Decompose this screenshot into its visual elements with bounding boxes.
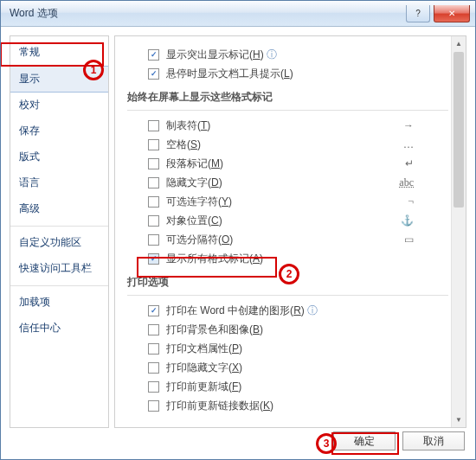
group-print-options: 打印选项 bbox=[127, 275, 440, 290]
ok-button[interactable]: 确定 bbox=[333, 431, 396, 450]
checkbox-icon[interactable] bbox=[148, 158, 159, 169]
word-options-window: Word 选项 ? ✕ 1 常规 显示 校对 保存 版式 语言 高级 自定义功能… bbox=[0, 0, 476, 460]
checkbox-icon[interactable] bbox=[148, 215, 159, 227]
sidebar-item-display[interactable]: 显示 bbox=[10, 66, 108, 93]
scroll-thumb[interactable] bbox=[453, 52, 464, 208]
checkbox-icon[interactable] bbox=[148, 253, 159, 265]
separator bbox=[127, 110, 448, 111]
sidebar-item-trust-center[interactable]: 信任中心 bbox=[10, 316, 108, 342]
checkbox-icon[interactable] bbox=[148, 139, 159, 150]
example-icon: ¬ bbox=[408, 195, 414, 208]
label: 悬停时显示文档工具提示(L) bbox=[166, 67, 293, 81]
sidebar-item-proofing[interactable]: 校对 bbox=[10, 93, 108, 118]
example-icon: ⚓ bbox=[401, 214, 414, 227]
scroll-down-icon[interactable]: ▼ bbox=[452, 412, 466, 427]
checkbox-icon[interactable] bbox=[148, 324, 159, 335]
sidebar: 常规 显示 校对 保存 版式 语言 高级 自定义功能区 快速访问工具栏 加载项 … bbox=[10, 35, 109, 428]
check-paragraph[interactable]: 段落标记(M)↵ bbox=[148, 154, 440, 173]
group-formatting-marks: 始终在屏幕上显示这些格式标记 bbox=[127, 90, 440, 105]
example-icon: ↵ bbox=[405, 157, 414, 170]
close-button[interactable]: ✕ bbox=[434, 5, 470, 22]
checkbox-icon[interactable] bbox=[148, 120, 159, 131]
checkbox-icon[interactable] bbox=[148, 177, 159, 188]
checkbox-icon[interactable] bbox=[148, 49, 159, 61]
sidebar-item-advanced[interactable]: 高级 bbox=[10, 196, 108, 222]
scrollbar[interactable]: ▲ ▼ bbox=[451, 36, 466, 427]
sidebar-item-addins[interactable]: 加载项 bbox=[10, 290, 108, 316]
check-update-fields[interactable]: 打印前更新域(F) bbox=[148, 377, 440, 396]
content-scroll[interactable]: 显示突出显示标记(H) ⓘ 悬停时显示文档工具提示(L) 始终在屏幕上显示这些格… bbox=[115, 36, 466, 427]
window-buttons: ? ✕ bbox=[406, 5, 470, 22]
dialog-buttons: 3 确定 取消 bbox=[1, 428, 475, 459]
check-tab[interactable]: 制表符(T)→ bbox=[148, 116, 440, 135]
sidebar-item-quick-access[interactable]: 快速访问工具栏 bbox=[10, 256, 108, 282]
scroll-up-icon[interactable]: ▲ bbox=[452, 36, 466, 51]
help-button[interactable]: ? bbox=[406, 5, 430, 22]
example-icon: → bbox=[403, 119, 414, 132]
sidebar-separator-1 bbox=[10, 226, 108, 227]
separator bbox=[127, 295, 448, 296]
check-print-hidden[interactable]: 打印隐藏文字(X) bbox=[148, 358, 440, 377]
dialog-body: 1 常规 显示 校对 保存 版式 语言 高级 自定义功能区 快速访问工具栏 加载… bbox=[1, 27, 475, 428]
check-print-drawings[interactable]: 打印在 Word 中创建的图形(R) ⓘ bbox=[148, 301, 440, 320]
check-tooltip[interactable]: 悬停时显示文档工具提示(L) bbox=[148, 64, 440, 83]
sidebar-item-layout[interactable]: 版式 bbox=[10, 144, 108, 170]
cancel-button[interactable]: 取消 bbox=[402, 431, 465, 450]
example-icon: … bbox=[403, 138, 414, 151]
example-icon: ▭ bbox=[404, 233, 414, 246]
check-hidden-text[interactable]: 隐藏文字(D)abc bbox=[148, 173, 440, 192]
label: 显示突出显示标记(H) ⓘ bbox=[166, 48, 277, 62]
example-icon: abc bbox=[399, 176, 414, 189]
sidebar-item-language[interactable]: 语言 bbox=[10, 170, 108, 196]
check-object-anchor[interactable]: 对象位置(C)⚓ bbox=[148, 211, 440, 230]
window-title: Word 选项 bbox=[10, 6, 406, 21]
checkbox-icon[interactable] bbox=[148, 196, 159, 208]
sidebar-item-general[interactable]: 常规 bbox=[10, 40, 108, 66]
check-optional-break[interactable]: 可选分隔符(O)▭ bbox=[148, 230, 440, 249]
sidebar-item-save[interactable]: 保存 bbox=[10, 118, 108, 144]
titlebar[interactable]: Word 选项 ? ✕ bbox=[1, 1, 475, 27]
sidebar-item-customize-ribbon[interactable]: 自定义功能区 bbox=[10, 230, 108, 256]
content-panel: 显示突出显示标记(H) ⓘ 悬停时显示文档工具提示(L) 始终在屏幕上显示这些格… bbox=[114, 35, 466, 428]
check-update-links[interactable]: 打印前更新链接数据(K) bbox=[148, 396, 440, 415]
checkbox-icon[interactable] bbox=[148, 400, 159, 412]
checkbox-icon[interactable] bbox=[148, 234, 159, 246]
sidebar-separator-2 bbox=[10, 285, 108, 286]
check-optional-hyphen[interactable]: 可选连字符(Y)¬ bbox=[148, 192, 440, 211]
check-print-properties[interactable]: 打印文档属性(P) bbox=[148, 339, 440, 358]
check-highlight-marks[interactable]: 显示突出显示标记(H) ⓘ bbox=[148, 45, 440, 64]
check-space[interactable]: 空格(S)… bbox=[148, 135, 440, 154]
checkbox-icon[interactable] bbox=[148, 362, 159, 374]
checkbox-icon[interactable] bbox=[148, 305, 159, 316]
checkbox-icon[interactable] bbox=[148, 381, 159, 393]
check-print-background[interactable]: 打印背景色和图像(B) bbox=[148, 320, 440, 339]
checkbox-icon[interactable] bbox=[148, 343, 159, 355]
checkbox-icon[interactable] bbox=[148, 68, 159, 80]
check-show-all-marks[interactable]: 显示所有格式标记(A) bbox=[148, 249, 440, 268]
